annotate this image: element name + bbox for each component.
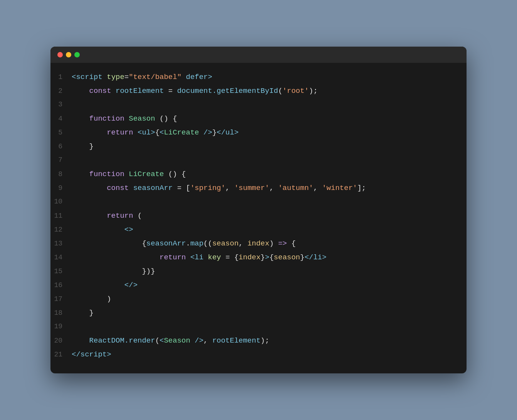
line-number-18: 18 — [50, 307, 72, 319]
code-content-1: <script type="text/babel" defer> — [72, 71, 467, 83]
code-line-12: 12 <> — [50, 223, 467, 237]
code-content-2: const rootElement = document.getElementB… — [72, 85, 467, 97]
code-content-18: } — [72, 307, 467, 319]
code-line-1: 1 <script type="text/babel" defer> — [50, 71, 467, 84]
line-number-9: 9 — [50, 183, 72, 194]
code-content-6: } — [72, 141, 467, 152]
line-number-10: 10 — [50, 196, 72, 207]
line-number-6: 6 — [50, 141, 72, 152]
line-number-21: 21 — [50, 349, 72, 360]
code-line-9: 9 const seasonArr = ['spring', 'summer',… — [50, 181, 467, 195]
code-line-3: 3 — [50, 98, 467, 112]
line-number-12: 12 — [50, 224, 72, 235]
code-line-16: 16 </> — [50, 279, 467, 292]
code-line-14: 14 return <li key = {index}>{season}</li… — [50, 251, 467, 265]
code-content-21: </script> — [72, 349, 467, 360]
line-number-17: 17 — [50, 294, 72, 305]
code-content-13: {seasonArr.map((season, index) => { — [72, 238, 467, 249]
close-button[interactable] — [57, 52, 63, 57]
code-editor-window: 1 <script type="text/babel" defer> 2 con… — [50, 47, 467, 373]
line-number-14: 14 — [50, 252, 72, 263]
line-number-5: 5 — [50, 127, 72, 138]
code-line-18: 18 } — [50, 306, 467, 320]
code-line-4: 4 function Season () { — [50, 112, 467, 126]
line-number-4: 4 — [50, 113, 72, 124]
code-content-12: <> — [72, 224, 467, 235]
code-area: 1 <script type="text/babel" defer> 2 con… — [50, 63, 467, 373]
code-content-16: </> — [72, 279, 467, 291]
line-number-3: 3 — [50, 99, 72, 110]
title-bar — [50, 47, 467, 63]
code-content-4: function Season () { — [72, 113, 467, 124]
code-line-6: 6 } — [50, 140, 467, 154]
line-number-16: 16 — [50, 280, 72, 291]
code-line-8: 8 function LiCreate () { — [50, 168, 467, 181]
code-content-11: return ( — [72, 210, 467, 222]
minimize-button[interactable] — [66, 52, 71, 57]
code-line-21: 21 </script> — [50, 348, 467, 362]
code-line-2: 2 const rootElement = document.getElemen… — [50, 84, 467, 98]
line-number-2: 2 — [50, 86, 72, 97]
code-line-19: 19 — [50, 320, 467, 334]
line-number-8: 8 — [50, 169, 72, 180]
code-content-9: const seasonArr = ['spring', 'summer', '… — [72, 182, 467, 194]
line-number-13: 13 — [50, 238, 72, 249]
line-number-19: 19 — [50, 321, 72, 332]
code-line-7: 7 — [50, 154, 467, 168]
code-content-5: return <ul>{<LiCreate />}</ul> — [72, 127, 467, 138]
code-content-14: return <li key = {index}>{season}</li> — [72, 252, 467, 263]
code-content-8: function LiCreate () { — [72, 168, 467, 180]
code-line-5: 5 return <ul>{<LiCreate />}</ul> — [50, 126, 467, 140]
line-number-7: 7 — [50, 155, 72, 166]
code-content-20: ReactDOM.render(<Season />, rootElement)… — [72, 335, 467, 346]
code-line-13: 13 {seasonArr.map((season, index) => { — [50, 237, 467, 251]
line-number-20: 20 — [50, 335, 72, 346]
code-line-11: 11 return ( — [50, 209, 467, 223]
code-content-15: })} — [72, 265, 467, 277]
maximize-button[interactable] — [74, 52, 80, 57]
line-number-1: 1 — [50, 72, 72, 83]
line-number-11: 11 — [50, 210, 72, 222]
code-content-17: ) — [72, 293, 467, 305]
code-line-15: 15 })} — [50, 265, 467, 279]
code-line-17: 17 ) — [50, 292, 467, 306]
line-number-15: 15 — [50, 266, 72, 277]
code-line-20: 20 ReactDOM.render(<Season />, rootEleme… — [50, 334, 467, 348]
code-line-10: 10 — [50, 195, 467, 209]
